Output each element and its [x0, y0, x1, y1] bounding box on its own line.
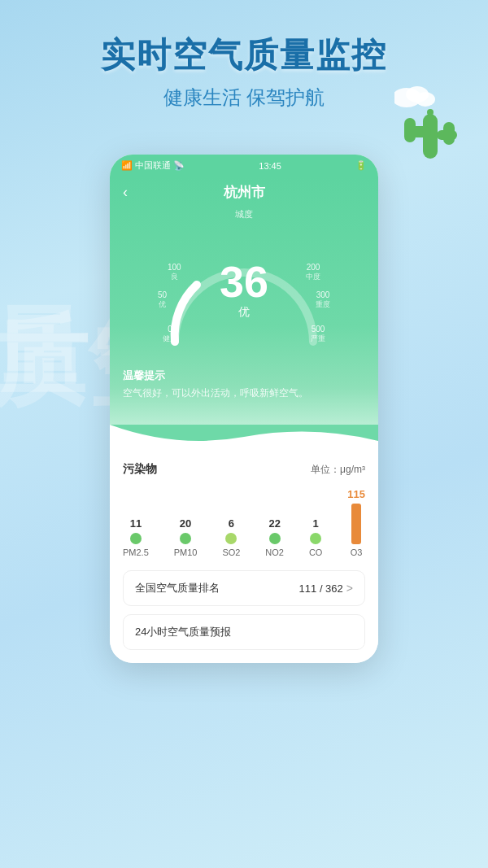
pm10-dot — [180, 533, 191, 544]
ranking-arrow: > — [346, 582, 353, 595]
wifi-icon: 📡 — [173, 160, 185, 170]
city-header: ‹ 杭州市 — [123, 177, 365, 208]
svg-point-8 — [427, 109, 434, 116]
no2-dot — [269, 533, 281, 544]
svg-rect-7 — [443, 122, 455, 145]
pollutants-grid: 11 PM2.5 20 PM10 6 SO2 22 NO2 — [123, 488, 365, 557]
pollutants-header: 污染物 单位：μg/m³ — [123, 462, 365, 477]
co-dot — [310, 533, 321, 544]
so2-dot — [225, 533, 237, 544]
gauge-label-100: 100 良 — [168, 263, 181, 282]
wave-svg — [110, 425, 378, 449]
cactus-icon — [394, 81, 464, 171]
gauge-label-0: 0 健康 — [163, 325, 177, 344]
aqi-number: 36 — [220, 260, 268, 303]
gauge-label-200: 200 中度 — [306, 263, 320, 282]
pollutant-so2: 6 SO2 — [222, 517, 240, 557]
svg-rect-5 — [404, 118, 416, 142]
forecast-label: 24小时空气质量预报 — [135, 625, 231, 639]
tip-title: 温馨提示 — [123, 369, 365, 383]
status-bar: 📶 中国联通 📡 13:45 🔋 — [110, 155, 378, 177]
gauge-label-300: 300 重度 — [316, 290, 330, 310]
battery-icon: 🔋 — [355, 160, 367, 171]
carrier-signal: 📶 中国联通 📡 — [121, 159, 185, 172]
tip-section: 温馨提示 空气很好，可以外出活动，呼吸新鲜空气。 — [123, 369, 365, 400]
ranking-value: 111 / 362 > — [299, 582, 353, 595]
wave-divider — [110, 425, 378, 449]
ranking-label: 全国空气质量排名 — [135, 581, 220, 595]
main-title: 实时空气质量监控 — [0, 33, 488, 78]
pollutant-no2: 22 NO2 — [265, 517, 284, 557]
decorations — [394, 81, 464, 174]
svg-point-2 — [416, 92, 435, 107]
gauge-label-50: 50 优 — [158, 290, 167, 310]
gauge-label-500: 500 严重 — [311, 325, 325, 344]
pollutant-co: 1 CO — [309, 517, 323, 557]
phone-card: 📶 中国联通 📡 13:45 🔋 ‹ 杭州市 城度 100 — [110, 155, 378, 663]
aqi-display: 36 优 — [220, 260, 268, 320]
back-button[interactable]: ‹ — [123, 184, 128, 201]
pollutant-o3: 115 O3 — [347, 488, 365, 557]
aqi-quality: 优 — [220, 305, 268, 320]
tip-text: 空气很好，可以外出活动，呼吸新鲜空气。 — [123, 386, 365, 400]
city-name: 杭州市 — [224, 183, 265, 202]
white-section: 污染物 单位：μg/m³ 11 PM2.5 20 PM10 6 SO2 — [110, 449, 378, 663]
signal-icon: 📶 — [121, 160, 133, 170]
o3-bar — [351, 504, 361, 544]
pollutant-pm10: 20 PM10 — [174, 517, 198, 557]
pollutants-unit: 单位：μg/m³ — [311, 463, 365, 477]
ranking-row[interactable]: 全国空气质量排名 111 / 362 > — [123, 570, 365, 606]
pm25-dot — [130, 533, 142, 544]
green-section: ‹ 杭州市 城度 100 良 200 中度 50 优 — [110, 177, 378, 425]
quality-label: 城度 — [123, 208, 365, 220]
pollutants-title: 污染物 — [123, 462, 157, 477]
forecast-row[interactable]: 24小时空气质量预报 — [123, 614, 365, 650]
status-time: 13:45 — [259, 161, 281, 171]
gauge-container: 100 良 200 中度 50 优 300 重度 0 健康 500 严重 — [155, 224, 333, 362]
pollutant-pm25: 11 PM2.5 — [123, 517, 149, 557]
